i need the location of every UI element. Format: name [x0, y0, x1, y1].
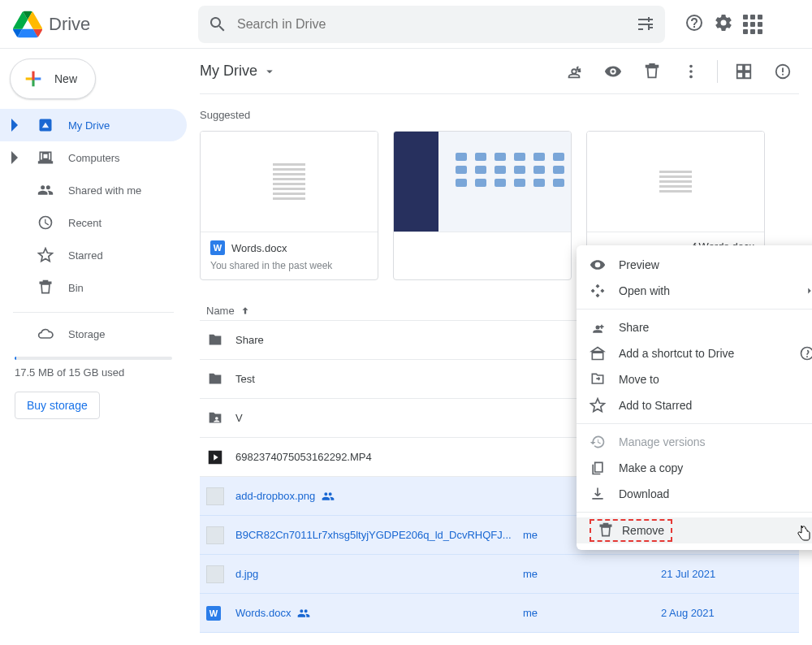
file-name: Share: [235, 334, 264, 346]
svg-point-2: [689, 75, 693, 78]
ctx-share[interactable]: Share: [577, 314, 812, 340]
table-row[interactable]: d.jpg me 21 Jul 2021: [200, 555, 799, 594]
ctx-star[interactable]: Add to Starred: [577, 392, 812, 418]
sidebar-storage[interactable]: Storage: [0, 318, 187, 350]
svg-point-1: [689, 70, 693, 73]
file-type-icon: [206, 409, 235, 427]
plus-icon: [22, 67, 45, 90]
svg-point-3: [215, 417, 218, 420]
sidebar-computers[interactable]: Computers: [0, 141, 187, 174]
file-type-icon: [206, 565, 235, 583]
sidebar-item-label: Storage: [68, 328, 106, 340]
new-button[interactable]: New: [10, 58, 96, 99]
delete-button[interactable]: [636, 55, 668, 88]
apps-icon[interactable]: [743, 15, 762, 34]
trash-icon: [598, 522, 614, 539]
suggested-thumbnail: [394, 132, 571, 232]
file-type-icon: [206, 331, 235, 349]
ctx-copy[interactable]: Make a copy: [577, 455, 812, 481]
buy-storage-button[interactable]: Buy storage: [15, 392, 100, 419]
sidebar-shared-with-me[interactable]: Shared with me: [0, 174, 187, 206]
breadcrumb[interactable]: My Drive: [200, 63, 277, 80]
drive-logo-icon: [13, 10, 42, 39]
file-modified: 2 Aug 2021: [661, 607, 799, 619]
people-icon: [37, 182, 54, 198]
file-type-icon: [206, 487, 235, 505]
svg-point-0: [689, 64, 693, 67]
sidebar-item-label: Bin: [68, 282, 84, 294]
help-icon[interactable]: [685, 13, 704, 35]
sidebar-item-label: Computers: [68, 152, 120, 164]
settings-icon[interactable]: [714, 13, 733, 35]
file-name: B9CR82Cn7011Lr7xhsg5ltyjYGDPE206q_ld_Dcv…: [235, 529, 512, 541]
file-owner: me: [523, 607, 661, 619]
chevron-down-icon: [262, 64, 277, 79]
search-icon: [208, 15, 227, 34]
sidebar-my-drive[interactable]: My Drive: [0, 109, 187, 141]
ctx-shortcut[interactable]: Add a shortcut to Drive: [577, 340, 812, 366]
sidebar-item-label: My Drive: [68, 119, 110, 132]
product-name: Drive: [49, 14, 90, 35]
svg-point-5: [801, 348, 813, 360]
file-name: Words.docx: [235, 607, 291, 619]
suggested-heading: Suggested: [200, 109, 799, 121]
trash-icon: [37, 279, 54, 296]
sidebar-starred[interactable]: Starred: [0, 239, 187, 271]
preview-button[interactable]: [597, 55, 629, 88]
suggested-thumbnail: [201, 132, 378, 232]
storage-text: 17.5 MB of 15 GB used: [15, 366, 172, 379]
info-button[interactable]: [767, 55, 799, 88]
cloud-icon: [37, 326, 54, 342]
storage-bar: [15, 357, 172, 360]
chevron-right-icon: [804, 285, 812, 297]
file-owner: me: [523, 568, 661, 580]
context-menu: Preview Open with Share Add a shortcut t…: [577, 245, 812, 550]
sidebar-recent[interactable]: Recent: [0, 206, 187, 239]
ctx-move[interactable]: Move to: [577, 366, 812, 392]
pointer-cursor-icon: [796, 524, 812, 542]
ctx-download[interactable]: Download: [577, 481, 812, 507]
computer-icon: [37, 149, 54, 166]
sidebar-bin[interactable]: Bin: [0, 271, 187, 304]
suggested-thumbnail: [587, 132, 764, 232]
search-options-icon[interactable]: [636, 15, 655, 34]
clock-icon: [37, 214, 54, 231]
file-type-icon: [206, 526, 235, 544]
sidebar-item-label: Recent: [68, 217, 102, 229]
sidebar-item-label: Starred: [68, 249, 103, 262]
file-name: d.jpg: [235, 568, 258, 580]
file-name: V: [235, 412, 243, 424]
file-name: Test: [235, 373, 255, 385]
file-type-icon: W: [206, 606, 235, 621]
chevron-right-icon: [6, 117, 23, 133]
ctx-remove[interactable]: Remove: [577, 517, 812, 543]
file-name: add-dropbox.png: [235, 490, 315, 502]
sidebar-item-label: Shared with me: [68, 184, 141, 197]
file-name: 6982374075053162292.MP4: [235, 451, 372, 463]
column-name[interactable]: Name: [200, 305, 523, 317]
suggested-card[interactable]: [393, 131, 572, 280]
drive-icon: [37, 117, 54, 133]
ctx-preview[interactable]: Preview: [577, 252, 812, 278]
help-icon: [799, 345, 812, 361]
table-row[interactable]: W Words.docx me 2 Aug 2021: [200, 594, 799, 633]
suggested-card[interactable]: WWords.docx You shared in the past week: [200, 131, 378, 280]
docx-icon: W: [210, 240, 225, 255]
grid-view-button[interactable]: [728, 55, 760, 88]
chevron-right-icon: [6, 149, 23, 166]
file-type-icon: [206, 370, 235, 388]
shared-icon: [322, 490, 335, 503]
ctx-open-with[interactable]: Open with: [577, 278, 812, 304]
file-type-icon: [206, 448, 235, 466]
ctx-versions: Manage versions: [577, 429, 812, 455]
sort-asc-icon: [240, 305, 251, 317]
share-button[interactable]: [558, 55, 590, 88]
star-icon: [37, 247, 54, 263]
new-button-label: New: [54, 72, 77, 85]
search-bar[interactable]: [198, 6, 665, 43]
shared-icon: [297, 607, 310, 620]
search-input[interactable]: [227, 17, 636, 32]
more-button[interactable]: [675, 55, 707, 88]
file-modified: 21 Jul 2021: [661, 568, 799, 580]
